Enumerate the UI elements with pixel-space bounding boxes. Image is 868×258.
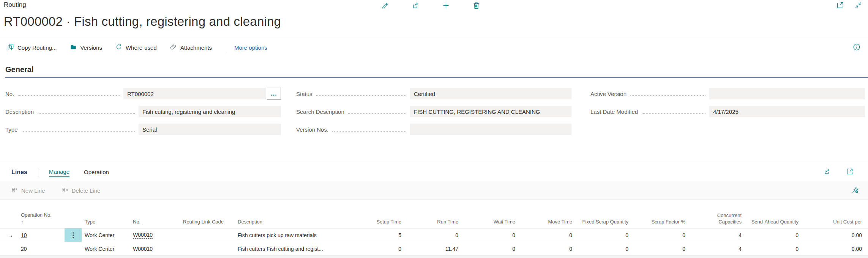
sort-ascending-icon: ↑ bbox=[21, 219, 62, 225]
scrap-factor-cell[interactable]: 0 bbox=[634, 228, 691, 242]
scrap-factor-cell[interactable]: 0 bbox=[634, 242, 691, 255]
operation-no-value[interactable]: 20 bbox=[21, 246, 27, 252]
type-cell[interactable]: Work Center bbox=[82, 228, 130, 242]
new-line-button[interactable]: New Line bbox=[11, 187, 45, 195]
window-actions bbox=[835, 1, 863, 10]
column-unit-cost-per[interactable]: Unit Cost per bbox=[805, 219, 868, 228]
general-heading[interactable]: General bbox=[5, 65, 868, 74]
send-ahead-quantity-cell[interactable]: 0 bbox=[748, 228, 805, 242]
last-date-modified-input[interactable]: 4/17/2025 bbox=[709, 106, 865, 117]
attachments-button[interactable]: Attachments bbox=[170, 43, 212, 52]
active-version-input[interactable] bbox=[709, 88, 865, 99]
unit-cost-per-cell[interactable]: 0.00 bbox=[805, 242, 868, 255]
run-time-cell[interactable]: 11.47 bbox=[407, 242, 464, 255]
type-cell[interactable]: Work Center bbox=[82, 242, 130, 255]
operation-no-value[interactable]: 10 bbox=[21, 232, 27, 238]
operation-no-cell[interactable]: → 10 bbox=[0, 228, 65, 242]
tab-manage[interactable]: Manage bbox=[49, 167, 69, 177]
column-send-ahead-quantity[interactable]: Send-Ahead Quantity bbox=[748, 219, 805, 228]
collapse-icon bbox=[854, 1, 862, 10]
run-time-cell[interactable]: 0 bbox=[407, 228, 464, 242]
column-wait-time[interactable]: Wait Time bbox=[464, 219, 521, 228]
dotted-leader bbox=[348, 109, 406, 114]
column-no[interactable]: No. bbox=[130, 219, 180, 228]
no-cell[interactable]: W00010 bbox=[130, 242, 180, 255]
column-description[interactable]: Description bbox=[235, 219, 349, 228]
versions-label: Versions bbox=[80, 44, 102, 51]
column-fixed-scrap-quantity[interactable]: Fixed Scrap Quantity bbox=[578, 219, 634, 228]
column-setup-time[interactable]: Setup Time bbox=[349, 219, 407, 228]
share-button[interactable] bbox=[411, 2, 420, 11]
field-active-version: Active Version bbox=[590, 88, 865, 99]
wait-time-cell[interactable]: 0 bbox=[464, 228, 521, 242]
routing-link-code-cell[interactable] bbox=[180, 242, 235, 255]
dotted-leader bbox=[22, 127, 135, 132]
search-description-input[interactable]: FISH CUTTING, REGISTERING AND CLEANING bbox=[410, 106, 571, 117]
fixed-scrap-quantity-cell[interactable]: 0 bbox=[578, 242, 634, 255]
no-input[interactable]: RT000002 bbox=[123, 88, 266, 99]
lines-share-button[interactable] bbox=[822, 168, 832, 177]
new-button[interactable] bbox=[441, 2, 450, 11]
setup-time-cell[interactable]: 5 bbox=[349, 228, 407, 242]
description-cell[interactable]: Fish cutters Fish cutting and regist... bbox=[235, 242, 349, 255]
lines-focus-mode-button[interactable] bbox=[845, 168, 854, 177]
column-routing-link-code[interactable]: Routing Link Code bbox=[180, 219, 235, 228]
versions-icon bbox=[69, 43, 77, 52]
action-bar: Copy Routing... Versions Where-used Atta… bbox=[0, 37, 868, 58]
move-time-cell[interactable]: 0 bbox=[521, 228, 578, 242]
active-version-label: Active Version bbox=[590, 91, 627, 97]
field-last-date-modified: Last Date Modified 4/17/2025 bbox=[590, 106, 865, 117]
operation-no-cell[interactable]: 20 bbox=[0, 242, 65, 255]
description-cell[interactable]: Fish cutters pick up raw materials bbox=[235, 228, 349, 242]
no-cell[interactable]: W00010 bbox=[130, 228, 180, 242]
concurrent-capacities-cell[interactable]: 4 bbox=[691, 242, 748, 255]
where-used-button[interactable]: Where-used bbox=[115, 43, 157, 52]
versions-button[interactable]: Versions bbox=[69, 43, 102, 52]
setup-time-cell[interactable]: 0 bbox=[349, 242, 407, 255]
dotted-leader bbox=[316, 91, 406, 96]
info-button[interactable] bbox=[852, 43, 861, 52]
wait-time-cell[interactable]: 0 bbox=[464, 242, 521, 255]
routing-link-code-cell[interactable] bbox=[180, 228, 235, 242]
no-link[interactable]: W00010 bbox=[133, 246, 153, 252]
status-select[interactable]: Certified bbox=[410, 88, 571, 99]
edit-button[interactable] bbox=[380, 2, 390, 11]
column-type[interactable]: Type bbox=[82, 219, 130, 228]
field-search-description: Search Description FISH CUTTING, REGISTE… bbox=[296, 106, 571, 117]
no-link[interactable]: W00010 bbox=[133, 232, 153, 239]
table-row[interactable]: 20 Work Center W00010 Fish cutters Fish … bbox=[0, 242, 868, 256]
column-move-time[interactable]: Move Time bbox=[521, 219, 578, 228]
open-in-window-button[interactable] bbox=[835, 1, 844, 10]
open-in-window-icon bbox=[836, 1, 844, 10]
column-run-time[interactable]: Run Time bbox=[407, 219, 464, 228]
row-options-button[interactable] bbox=[65, 242, 82, 255]
current-row-arrow-icon: → bbox=[8, 232, 21, 238]
column-operation-no[interactable]: Operation No. ↑ bbox=[0, 212, 65, 228]
lines-caption[interactable]: Lines bbox=[11, 169, 27, 176]
type-select[interactable]: Serial bbox=[139, 124, 281, 135]
fixed-scrap-quantity-cell[interactable]: 0 bbox=[578, 228, 634, 242]
copy-routing-button[interactable]: Copy Routing... bbox=[7, 43, 57, 52]
delete-line-button[interactable]: Delete Line bbox=[62, 187, 101, 195]
new-line-icon bbox=[11, 187, 18, 195]
unpin-button[interactable] bbox=[851, 186, 860, 195]
description-input[interactable]: Fish cutting, registering and cleaning bbox=[139, 106, 281, 117]
breadcrumb[interactable]: Routing bbox=[4, 1, 26, 9]
row-options-button[interactable]: ⋮ bbox=[65, 228, 82, 242]
move-time-cell[interactable]: 0 bbox=[521, 242, 578, 255]
delete-button[interactable] bbox=[472, 2, 481, 11]
unit-cost-per-cell[interactable]: 0.00 bbox=[805, 228, 868, 242]
send-ahead-quantity-cell[interactable]: 0 bbox=[748, 242, 805, 255]
dotted-leader bbox=[18, 91, 120, 96]
field-no: No. RT000002 ... bbox=[5, 88, 281, 99]
no-assist-edit-button[interactable]: ... bbox=[267, 88, 281, 100]
tab-operation[interactable]: Operation bbox=[84, 167, 109, 177]
lines-toolbar: New Line Delete Line bbox=[0, 181, 868, 200]
collapse-button[interactable] bbox=[854, 1, 863, 10]
column-scrap-factor[interactable]: Scrap Factor % bbox=[634, 219, 691, 228]
column-concurrent-capacities[interactable]: Concurrent Capacities bbox=[691, 212, 748, 228]
more-options-button[interactable]: More options bbox=[234, 44, 267, 51]
concurrent-capacities-cell[interactable]: 4 bbox=[691, 228, 748, 242]
version-nos-input[interactable] bbox=[410, 124, 571, 135]
table-row[interactable]: → 10 ⋮ Work Center W00010 Fish cutters p… bbox=[0, 228, 868, 242]
